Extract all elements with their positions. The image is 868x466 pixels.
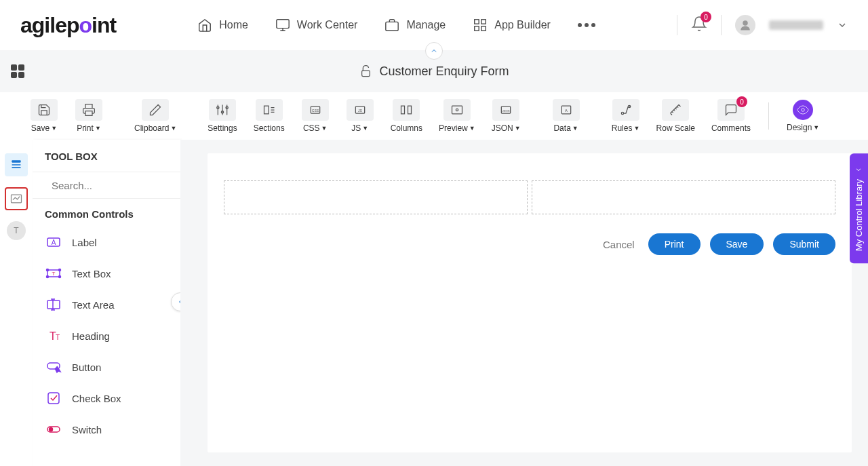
tool-js-label: JS <box>351 123 361 133</box>
switch-icon <box>45 421 62 438</box>
tool-preview[interactable]: Preview▼ <box>433 99 481 133</box>
control-textbox[interactable]: T Text Box <box>33 258 180 289</box>
control-checkbox[interactable]: Check Box <box>33 383 180 414</box>
control-label[interactable]: A Label <box>33 227 180 258</box>
textbox-icon: T <box>45 265 62 281</box>
svg-point-6 <box>743 20 748 26</box>
chevron-left-icon <box>855 166 863 174</box>
toolbox: TOOL BOX Common Controls A Label T Text … <box>33 140 180 466</box>
chart-icon <box>9 192 23 206</box>
nav-home[interactable]: Home <box>197 18 248 33</box>
canvas: Cancel Print Save Submit <box>180 140 868 466</box>
user-avatar[interactable] <box>735 15 755 35</box>
svg-text:T: T <box>56 334 60 341</box>
svg-rect-33 <box>12 167 20 168</box>
toolbox-search[interactable] <box>33 172 180 199</box>
tool-columns[interactable]: Columns <box>385 99 428 133</box>
chevron-up-icon <box>430 47 438 55</box>
left-rail: T <box>0 140 33 466</box>
tool-data[interactable]: A Data▼ <box>547 99 586 133</box>
svg-text:A: A <box>52 239 56 246</box>
nav-center: Home Work Center Manage App Builder <box>197 18 595 33</box>
tool-js[interactable]: JS JS▼ <box>340 99 380 133</box>
rail-template-tab[interactable]: T <box>7 221 26 240</box>
tool-rules[interactable]: Rules▼ <box>606 99 646 133</box>
label-icon: A <box>45 234 62 250</box>
pencil-icon <box>149 103 162 117</box>
apps-grid[interactable] <box>11 64 24 78</box>
svg-text:JSON: JSON <box>502 109 510 113</box>
drop-zone-right[interactable] <box>532 180 835 214</box>
js-icon: JS <box>353 103 367 117</box>
toolbar: Save▼ Print▼ Clipboard▼ Settings Section… <box>0 92 868 140</box>
notifications[interactable]: 0 <box>691 16 707 35</box>
home-icon <box>197 18 212 33</box>
tool-settings[interactable]: Settings <box>202 99 242 133</box>
form-icon <box>9 158 23 172</box>
search-input[interactable] <box>52 180 180 191</box>
submit-button[interactable]: Submit <box>773 233 835 255</box>
print-icon <box>82 103 96 117</box>
control-heading[interactable]: TT Heading <box>33 320 180 351</box>
control-switch[interactable]: Switch <box>33 414 180 445</box>
nav-manage-label: Manage <box>406 19 446 31</box>
control-checkbox-text: Check Box <box>72 393 121 404</box>
nav-manage[interactable]: Manage <box>384 18 446 33</box>
collapse-header[interactable] <box>425 42 443 60</box>
svg-rect-5 <box>481 26 486 31</box>
cancel-button[interactable]: Cancel <box>599 239 639 250</box>
save-button[interactable]: Save <box>710 233 764 255</box>
tool-save[interactable]: Save▼ <box>24 99 64 133</box>
ruler-icon <box>669 103 682 117</box>
rail-form-tab[interactable] <box>5 153 28 176</box>
control-library-tab[interactable]: My Control Library <box>850 153 868 263</box>
tool-comments[interactable]: 0 Comments <box>706 99 756 133</box>
toolbox-title: TOOL BOX <box>33 151 180 172</box>
data-icon: A <box>559 103 573 117</box>
css-icon: CSS <box>309 103 322 117</box>
rail-analytics-tab[interactable] <box>5 187 28 210</box>
tool-settings-label: Settings <box>208 123 237 133</box>
canvas-inner: Cancel Print Save Submit <box>208 153 852 452</box>
textarea-icon <box>45 296 62 313</box>
svg-text:JS: JS <box>358 109 363 113</box>
user-name <box>769 20 823 30</box>
svg-point-54 <box>50 428 53 431</box>
drop-zones <box>224 180 835 214</box>
tool-sections[interactable]: Sections <box>248 99 290 133</box>
tool-css[interactable]: CSS CSS▼ <box>296 99 335 133</box>
button-icon <box>45 359 62 375</box>
print-button[interactable]: Print <box>648 233 701 255</box>
nav-more[interactable] <box>578 23 595 27</box>
heading-icon: TT <box>45 328 62 344</box>
control-textarea[interactable]: Text Area <box>33 289 180 320</box>
divider <box>721 15 722 35</box>
svg-text:A: A <box>565 109 568 113</box>
comments-badge: 0 <box>736 96 747 107</box>
rules-icon <box>619 103 633 117</box>
drop-zone-left[interactable] <box>224 180 528 214</box>
monitor-icon <box>275 18 290 33</box>
divider <box>768 102 769 130</box>
tool-preview-label: Preview <box>439 123 468 133</box>
nav-app-builder[interactable]: App Builder <box>473 18 551 33</box>
tool-json[interactable]: JSON JSON▼ <box>486 99 526 133</box>
tool-save-label: Save <box>31 123 50 133</box>
control-label-text: Label <box>72 237 97 248</box>
tool-clipboard[interactable]: Clipboard▼ <box>129 99 182 133</box>
columns-icon <box>399 103 413 117</box>
grid-icon <box>473 18 488 33</box>
tool-print[interactable]: Print▼ <box>69 99 108 133</box>
svg-rect-32 <box>12 164 20 166</box>
tool-row-scale[interactable]: Row Scale <box>651 99 701 133</box>
svg-rect-1 <box>386 22 398 31</box>
svg-rect-0 <box>277 20 289 28</box>
control-textarea-text: Text Area <box>72 299 115 311</box>
chevron-down-icon[interactable] <box>837 20 848 31</box>
nav-work-center[interactable]: Work Center <box>275 18 358 33</box>
sliders-icon <box>216 103 229 117</box>
svg-rect-21 <box>408 106 412 114</box>
tool-design[interactable]: Design▼ <box>781 100 825 132</box>
control-button[interactable]: Button <box>33 351 180 383</box>
sections-icon <box>262 103 276 117</box>
